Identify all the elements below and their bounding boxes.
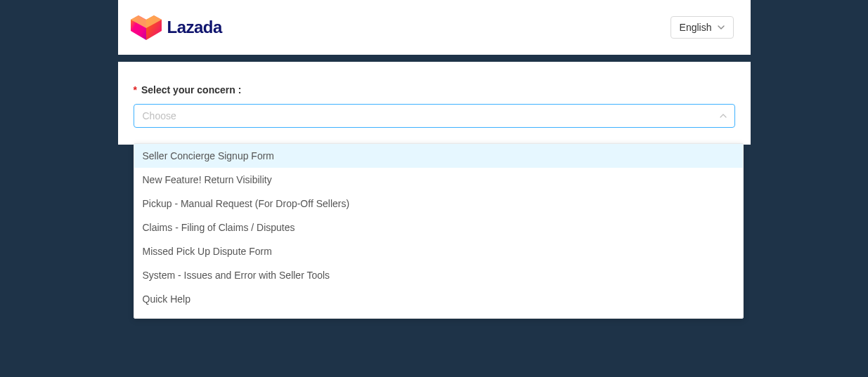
lazada-heart-icon	[131, 14, 162, 41]
dropdown-option[interactable]: New Feature! Return Visibility	[134, 168, 743, 192]
concern-label-text: Select your concern :	[141, 84, 241, 95]
dropdown-option[interactable]: Pickup - Manual Request (For Drop-Off Se…	[134, 192, 743, 216]
concern-select-input[interactable]	[134, 104, 735, 128]
chevron-down-icon	[718, 25, 725, 29]
concern-dropdown[interactable]: Seller Concierge Signup FormNew Feature!…	[134, 143, 744, 319]
dropdown-option[interactable]: Seller Concierge Signup Form	[134, 144, 743, 168]
dropdown-option[interactable]: Missed Pick Up Dispute Form	[134, 239, 743, 263]
header: Lazada English	[118, 0, 751, 55]
dropdown-option[interactable]: System - Issues and Error with Seller To…	[134, 263, 743, 287]
language-selector[interactable]: English	[671, 16, 734, 39]
concern-label: * Select your concern :	[134, 84, 735, 95]
form-card: * Select your concern : Seller Concierge…	[118, 62, 751, 145]
concern-select-wrapper	[134, 104, 735, 128]
dropdown-option[interactable]: Quick Help	[134, 287, 743, 311]
required-asterisk: *	[134, 84, 137, 95]
dropdown-option[interactable]: Claims - Filing of Claims / Disputes	[134, 216, 743, 239]
language-current: English	[680, 22, 712, 33]
brand-name: Lazada	[167, 18, 222, 37]
brand-logo: Lazada	[131, 14, 222, 41]
dropdown-option[interactable]: Other requests	[134, 311, 743, 319]
